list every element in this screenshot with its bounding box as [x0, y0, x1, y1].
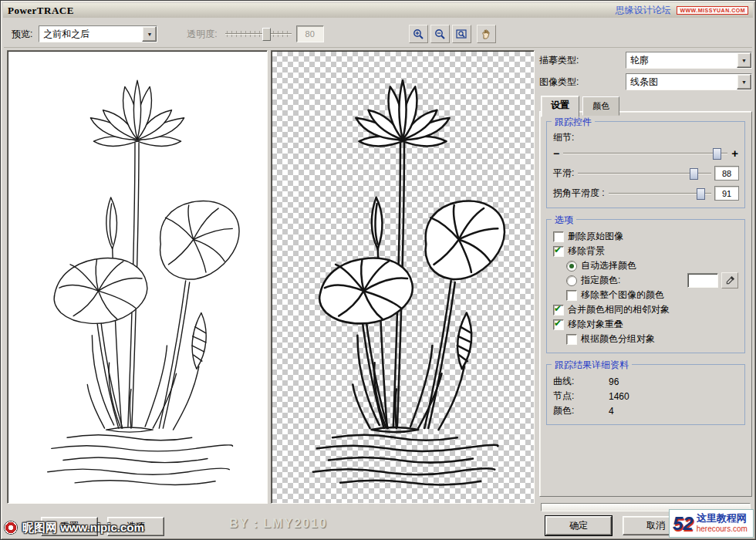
- curves-label: 曲线:: [553, 375, 609, 388]
- options-group: 选项 删除原始图像 移除背景 自动选择颜色 指定颜色:: [546, 219, 745, 353]
- zoom-fit-icon: [456, 29, 467, 40]
- image-type-value: 线条图: [626, 74, 737, 89]
- nodes-value: 1460: [609, 391, 629, 402]
- slider-thumb[interactable]: [697, 188, 705, 200]
- chevron-down-icon[interactable]: ▼: [737, 74, 751, 89]
- tracking-group-title: 跟踪控件: [552, 116, 595, 129]
- title-bar[interactable]: PowerTRACE 思缘设计论坛 WWW.MISSYUAN.COM: [3, 3, 753, 18]
- corner-smooth-value-field[interactable]: [715, 187, 738, 200]
- toolbar: 预览: 之前和之后 ▼ 透明度:: [4, 21, 752, 48]
- eyedropper-button[interactable]: [721, 272, 738, 289]
- pan-button[interactable]: [477, 25, 496, 43]
- checkbox[interactable]: [553, 319, 564, 330]
- nodes-label: 节点:: [553, 390, 609, 403]
- opacity-label: 透明度:: [187, 28, 217, 41]
- checkbox[interactable]: [566, 290, 577, 301]
- ok-button[interactable]: 确定: [545, 516, 612, 535]
- chevron-down-icon[interactable]: ▼: [142, 26, 157, 42]
- tab-colors[interactable]: 颜色: [582, 96, 619, 116]
- detail-slider[interactable]: [563, 147, 727, 160]
- option-group-by-color[interactable]: 根据颜色分组对象: [553, 332, 738, 346]
- smooth-label: 平滑:: [553, 167, 574, 180]
- results-group-title: 跟踪结果详细资料: [552, 359, 632, 372]
- slider-track: [225, 33, 292, 35]
- radio-button[interactable]: [566, 261, 577, 272]
- result-nodes-row: 节点: 1460: [553, 389, 738, 403]
- smooth-value-field[interactable]: [715, 167, 738, 180]
- herecours-site-name: 这里教程网: [697, 513, 748, 525]
- detail-label: 细节:: [553, 131, 738, 144]
- option-remove-background[interactable]: 移除背景: [553, 244, 738, 258]
- zoom-in-button[interactable]: [409, 25, 428, 43]
- option-label: 移除背景: [568, 245, 605, 258]
- detail-minus[interactable]: −: [553, 150, 559, 157]
- checkbox[interactable]: [553, 246, 564, 257]
- zoom-fit-button[interactable]: [452, 25, 471, 43]
- cancel-button-label: 取消: [646, 519, 665, 532]
- window-title: PowerTRACE: [8, 5, 74, 17]
- settings-tab-panel: 跟踪控件 细节: − + 平滑:: [539, 111, 752, 497]
- preview-mode-value: 之前和之后: [39, 26, 142, 42]
- preview-mode-dropdown[interactable]: 之前和之后 ▼: [39, 25, 157, 42]
- corner-smooth-slider[interactable]: [609, 187, 711, 200]
- option-remove-overlap[interactable]: 移除对象重叠: [553, 317, 738, 332]
- option-specify-color[interactable]: 指定颜色:: [553, 273, 738, 288]
- option-label: 自动选择颜色: [581, 259, 636, 272]
- zoom-out-button[interactable]: [430, 25, 450, 43]
- checkbox[interactable]: [553, 305, 564, 316]
- slider-thumb[interactable]: [262, 28, 271, 41]
- herecours-watermark: 52 这里教程网 herecours.com: [669, 509, 754, 538]
- zoom-tools: [409, 25, 496, 43]
- opacity-value-field[interactable]: [296, 25, 324, 42]
- nipic-watermark-text: 昵图网 www.nipic.com: [22, 521, 144, 535]
- trace-results-group: 跟踪结果详细资料 曲线: 96 节点: 1460 颜色: 4: [546, 364, 745, 425]
- missyuan-watermark: WWW.MISSYUAN.COM: [677, 6, 748, 15]
- curves-value: 96: [609, 376, 619, 387]
- forum-watermark-text: 思缘设计论坛: [615, 4, 670, 17]
- checkbox[interactable]: [553, 231, 564, 242]
- preview-after-pane[interactable]: [271, 50, 535, 504]
- option-auto-color[interactable]: 自动选择颜色: [553, 258, 738, 273]
- herecours-domain: herecours.com: [697, 525, 748, 534]
- powertrace-dialog: PowerTRACE 思缘设计论坛 WWW.MISSYUAN.COM 预览: 之…: [0, 0, 756, 540]
- detail-plus[interactable]: +: [731, 150, 738, 157]
- tracking-controls-group: 跟踪控件 细节: − + 平滑:: [546, 121, 745, 208]
- tab-settings[interactable]: 设置: [541, 96, 579, 117]
- preview-label: 预览:: [12, 28, 32, 41]
- image-type-dropdown[interactable]: 线条图 ▼: [626, 73, 752, 90]
- option-label: 指定颜色:: [581, 274, 620, 287]
- result-curves-row: 曲线: 96: [553, 374, 738, 389]
- option-label: 合并颜色相同的相邻对象: [568, 303, 670, 316]
- lotus-artwork-before: [19, 59, 255, 495]
- opacity-slider[interactable]: [225, 27, 292, 41]
- hand-icon: [481, 29, 491, 39]
- lotus-artwork-after: [285, 59, 521, 495]
- slider-track: [609, 193, 711, 194]
- option-delete-original[interactable]: 删除原始图像: [553, 229, 738, 244]
- radio-button[interactable]: [566, 275, 577, 286]
- herecours-logo: 52: [673, 515, 694, 533]
- nipic-watermark: 昵图网 www.nipic.com: [4, 518, 144, 537]
- zoom-in-icon: [413, 29, 424, 40]
- colors-value: 4: [609, 406, 614, 417]
- checkbox[interactable]: [566, 334, 577, 345]
- preview-before-pane[interactable]: [7, 50, 268, 504]
- options-group-title: 选项: [552, 214, 576, 227]
- eyedropper-icon: [725, 275, 735, 285]
- result-colors-row: 颜色: 4: [553, 403, 738, 418]
- chevron-down-icon[interactable]: ▼: [737, 52, 751, 68]
- slider-thumb[interactable]: [713, 148, 721, 160]
- trace-type-dropdown[interactable]: 轮廓 ▼: [626, 52, 752, 69]
- settings-column: 描摹类型: 轮廓 ▼ 图像类型: 线条图 ▼ 设置 颜色 跟踪控件 细节: −: [539, 52, 752, 497]
- option-label: 移除整个图像的颜色: [581, 289, 664, 302]
- trace-type-value: 轮廓: [626, 52, 737, 68]
- trace-type-label: 描摹类型:: [539, 54, 626, 67]
- option-label: 根据颜色分组对象: [581, 332, 655, 346]
- image-type-label: 图像类型:: [539, 76, 626, 89]
- option-merge-adjacent[interactable]: 合并颜色相同的相邻对象: [553, 302, 738, 317]
- smooth-slider[interactable]: [578, 167, 711, 180]
- option-label: 删除原始图像: [568, 230, 623, 243]
- slider-thumb[interactable]: [690, 168, 698, 180]
- option-remove-entire-color[interactable]: 移除整个图像的颜色: [553, 288, 738, 302]
- color-swatch[interactable]: [687, 273, 718, 288]
